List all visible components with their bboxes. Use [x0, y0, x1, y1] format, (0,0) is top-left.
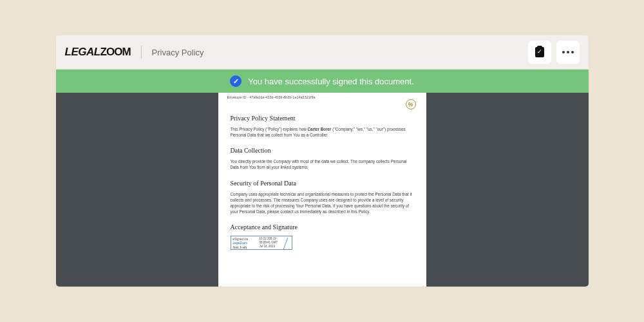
signature-meta: 10.22.208.19 08:09:41 GMT Jul 18, 2023 — [260, 236, 284, 249]
success-message: You have successfully signed this docume… — [248, 77, 414, 86]
section-title: Acceptance and Signature — [231, 223, 414, 231]
signature-left: eSigned via LegalZoom Just Josh — [231, 236, 260, 249]
envelope-id: Envelope ID - 47afa16a-422d-4539-8b3b-1e… — [227, 95, 414, 99]
header: LEGAL ZOOM Privacy Policy — [56, 35, 589, 70]
signature-slash-icon — [284, 236, 292, 249]
signature-block: eSigned via LegalZoom Just Josh 10.22.20… — [231, 236, 292, 250]
logo-text-legal: LEGAL — [65, 46, 100, 59]
brand-logo: LEGAL ZOOM — [65, 46, 131, 59]
header-actions — [528, 41, 580, 64]
company-logo-icon: % — [406, 99, 416, 109]
section-paragraph: You directly provide the Company with mo… — [231, 158, 414, 170]
page-title: Privacy Policy — [152, 48, 204, 57]
signer-name: Just Josh — [233, 245, 258, 249]
section-title: Security of Personal Data — [231, 180, 414, 187]
more-horizontal-icon — [562, 51, 574, 53]
sign-date: Jul 18, 2023 — [260, 245, 284, 249]
section-title: Privacy Policy Statement — [231, 115, 414, 122]
clipboard-check-icon — [535, 47, 544, 57]
section-title: Data Collection — [231, 147, 414, 154]
document-viewer[interactable]: Envelope ID - 47afa16a-422d-4539-8b3b-1e… — [56, 93, 589, 287]
more-options-button[interactable] — [556, 41, 580, 64]
section-paragraph: This Privacy Policy ("Policy") explains … — [231, 126, 414, 138]
header-divider — [141, 46, 142, 59]
document-page: Envelope ID - 47afa16a-422d-4539-8b3b-1e… — [218, 93, 426, 287]
app-window: LEGAL ZOOM Privacy Policy ✓ You have suc… — [56, 35, 589, 287]
logo-text-zoom: ZOOM — [100, 46, 131, 59]
check-circle-icon: ✓ — [230, 75, 242, 87]
section-paragraph: Company uses appropriate technical and o… — [231, 191, 414, 215]
success-banner: ✓ You have successfully signed this docu… — [56, 70, 589, 93]
tasks-button[interactable] — [528, 41, 551, 64]
